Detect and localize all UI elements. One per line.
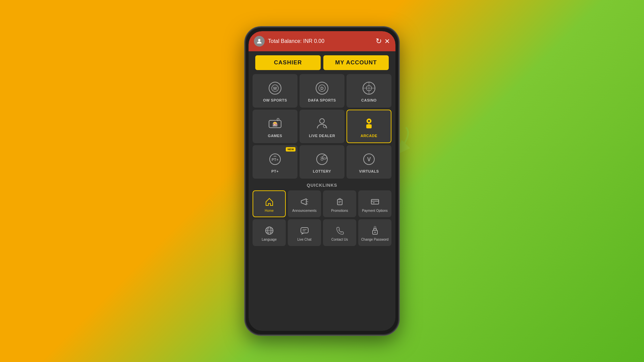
quicklinks-row-2: Language Live Chat: [253, 219, 391, 246]
svg-rect-38: [373, 202, 375, 203]
svg-point-17: [323, 125, 326, 128]
category-dafa-sports[interactable]: D DAFA SPORTS: [300, 74, 344, 108]
svg-rect-33: [337, 199, 342, 205]
category-games[interactable]: 🎰 GAMES: [253, 110, 298, 143]
category-pt-plus[interactable]: NEW PT+ PT+: [253, 145, 298, 179]
quicklink-live-chat-label: Live Chat: [297, 238, 311, 241]
header-left: Total Balance: INR 0.00: [254, 36, 324, 47]
app-header: Total Balance: INR 0.00 ↻ ✕: [249, 31, 395, 51]
category-lottery[interactable]: 8 ∞ LOTTERY: [300, 145, 344, 179]
svg-rect-36: [371, 199, 379, 204]
quicklink-home[interactable]: Home: [253, 190, 286, 217]
quicklink-promotions[interactable]: Promotions: [323, 190, 356, 217]
action-buttons-row: CASHIER MY ACCOUNT: [249, 51, 395, 74]
svg-text:W: W: [273, 86, 277, 91]
quicklinks-row-1: Home Announcements: [253, 190, 391, 217]
svg-text:PT+: PT+: [272, 158, 278, 162]
svg-point-20: [368, 120, 370, 122]
dafa-sports-label: DAFA SPORTS: [308, 98, 336, 102]
close-button[interactable]: ✕: [384, 37, 390, 45]
quicklink-announcements-label: Announcements: [292, 209, 316, 213]
category-row-1: W OW SPORTS D DAFA SPORTS: [253, 74, 391, 108]
cashier-button[interactable]: CASHIER: [255, 55, 321, 70]
svg-point-1: [258, 39, 261, 41]
quicklink-change-password[interactable]: Change Password: [358, 219, 391, 246]
category-live-dealer[interactable]: LIVE DEALER: [300, 110, 344, 143]
new-badge: NEW: [286, 147, 296, 152]
refresh-button[interactable]: ↻: [376, 37, 382, 46]
svg-text:∞: ∞: [324, 156, 326, 159]
svg-text:D: D: [320, 86, 323, 91]
quicklink-promotions-label: Promotions: [331, 209, 348, 213]
category-casino[interactable]: CASINO: [346, 74, 391, 108]
quicklink-contact-us-label: Contact Us: [331, 238, 348, 241]
casino-label: CASINO: [361, 98, 377, 102]
games-label: GAMES: [268, 134, 282, 138]
phone-frame: Total Balance: INR 0.00 ↻ ✕ CASHIER MY A…: [245, 27, 399, 335]
phone-screen: Total Balance: INR 0.00 ↻ ✕ CASHIER MY A…: [249, 31, 395, 331]
category-grid: W OW SPORTS D DAFA SPORTS: [249, 74, 395, 179]
pt-plus-label: PT+: [271, 169, 279, 173]
category-arcade[interactable]: ARCADE: [346, 110, 391, 143]
balance-text: Total Balance: INR 0.00: [268, 38, 324, 44]
svg-rect-19: [366, 124, 372, 128]
my-account-button[interactable]: MY ACCOUNT: [323, 55, 389, 70]
svg-text:V: V: [367, 157, 371, 162]
svg-rect-44: [301, 228, 308, 233]
quicklink-home-label: Home: [265, 209, 274, 213]
quicklink-language-label: Language: [262, 238, 277, 241]
quicklink-payment-options[interactable]: Payment Options: [358, 190, 391, 217]
svg-text:🎰: 🎰: [272, 121, 278, 127]
quicklink-language[interactable]: Language: [253, 219, 286, 246]
quicklink-live-chat[interactable]: Live Chat: [288, 219, 321, 246]
lottery-label: LOTTERY: [313, 169, 331, 173]
arcade-label: ARCADE: [361, 134, 377, 138]
quicklink-change-password-label: Change Password: [361, 238, 389, 241]
category-ow-sports[interactable]: W OW SPORTS: [253, 74, 298, 108]
virtuals-label: VIRTUALS: [359, 169, 379, 173]
live-dealer-label: LIVE DEALER: [309, 134, 335, 138]
quicklink-payment-options-label: Payment Options: [362, 209, 388, 213]
category-row-3: NEW PT+ PT+ 8: [253, 145, 391, 179]
ow-sports-label: OW SPORTS: [263, 98, 287, 102]
svg-point-48: [374, 232, 376, 233]
quicklinks-section: QUICKLINKS Home: [249, 181, 395, 250]
phone-wrapper: Total Balance: INR 0.00 ↻ ✕ CASHIER MY A…: [245, 27, 399, 335]
svg-point-16: [320, 119, 324, 123]
quicklink-contact-us[interactable]: Contact Us: [323, 219, 356, 246]
category-virtuals[interactable]: V VIRTUALS: [346, 145, 391, 179]
quicklinks-title: QUICKLINKS: [253, 183, 391, 188]
category-row-2: 🎰 GAMES LIVE DEALER: [253, 110, 391, 143]
quicklink-announcements[interactable]: Announcements: [288, 190, 321, 217]
user-avatar: [254, 36, 265, 47]
